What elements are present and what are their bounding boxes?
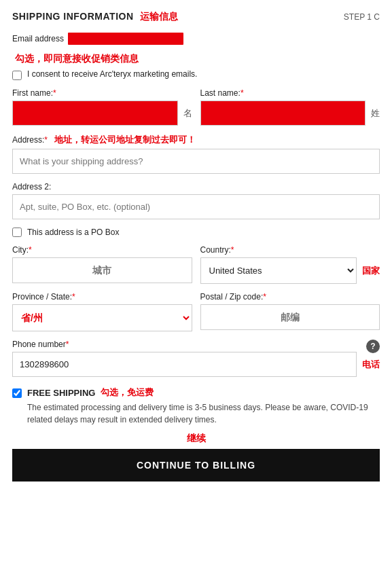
city-input[interactable]	[12, 257, 192, 283]
page-title: SHIPPING INFORMATION	[12, 11, 134, 22]
country-group: Country:* United States Canada China Uni…	[200, 245, 380, 284]
last-name-input[interactable]	[200, 101, 366, 126]
continue-annotation: 继续	[12, 433, 380, 445]
province-label: Province / State:*	[12, 292, 75, 302]
province-select[interactable]: 省/州 Alabama Alaska California New York T…	[12, 304, 192, 331]
first-name-input[interactable]	[12, 101, 178, 126]
consent-annotation-group: 勾选，即同意接收促销类信息	[12, 53, 380, 65]
address2-input[interactable]	[12, 194, 380, 219]
phone-help-icon[interactable]: ?	[366, 340, 380, 353]
form-header: SHIPPING INFORMATION 运输信息 STEP 1 C	[12, 11, 380, 23]
continue-to-billing-button[interactable]: CONTINUE TO BILLING	[12, 449, 380, 482]
po-box-checkbox[interactable]	[12, 228, 22, 237]
postal-group: Postal / Zip code:*	[200, 292, 380, 331]
city-group: City:*	[12, 245, 192, 284]
province-group: Province / State:* 省/州 Alabama Alaska Ca…	[12, 292, 192, 331]
consent-label[interactable]: I consent to receive Arc'teryx marketing…	[27, 69, 197, 79]
address-field-group: Address:* 地址，转运公司地址复制过去即可！	[12, 134, 380, 174]
consent-checkbox[interactable]	[12, 71, 22, 80]
province-postal-row: Province / State:* 省/州 Alabama Alaska Ca…	[12, 292, 380, 331]
consent-checkbox-row: I consent to receive Arc'teryx marketing…	[12, 69, 380, 80]
first-name-annotation: 名	[183, 107, 192, 120]
free-shipping-title[interactable]: FREE SHIPPING	[27, 388, 95, 398]
phone-input[interactable]	[12, 352, 357, 377]
shipping-description: The estimated processing and delivery ti…	[27, 401, 380, 426]
first-name-label: First name:*	[12, 88, 56, 98]
last-name-group: Last name:* 姓	[200, 88, 380, 126]
country-label: Country:*	[200, 245, 234, 255]
email-label: Email address	[12, 34, 64, 43]
free-shipping-annotation: 勾选，免运费	[101, 386, 154, 399]
address2-label: Address 2:	[12, 182, 51, 192]
last-name-label: Last name:*	[200, 88, 244, 98]
phone-annotation: 电话	[362, 359, 380, 371]
city-country-row: City:* Country:* United States Canada Ch…	[12, 245, 380, 284]
name-row: First name:* 名 Last name:* 姓	[12, 88, 380, 126]
page-title-chinese: 运输信息	[140, 11, 178, 22]
address-annotation: 地址，转运公司地址复制过去即可！	[54, 134, 196, 146]
consent-annotation: 勾选，即同意接收促销类信息	[15, 53, 139, 64]
country-select[interactable]: United States Canada China United Kingdo…	[200, 257, 357, 284]
po-box-label[interactable]: This address is a PO Box	[27, 228, 119, 237]
free-shipping-checkbox[interactable]	[12, 388, 22, 398]
postal-input[interactable]	[200, 304, 380, 330]
postal-label: Postal / Zip code:*	[200, 292, 266, 302]
address-input[interactable]	[12, 149, 380, 174]
email-redacted-value	[68, 33, 183, 45]
phone-field-group: Phone number* ? 电话	[12, 340, 380, 377]
free-shipping-section: FREE SHIPPING 勾选，免运费 The estimated proce…	[12, 386, 380, 426]
last-name-annotation: 姓	[371, 107, 380, 120]
country-annotation: 国家	[362, 265, 380, 277]
address2-field-group: Address 2:	[12, 182, 380, 219]
first-name-group: First name:* 名	[12, 88, 192, 126]
email-field-group: Email address	[12, 33, 380, 45]
po-box-row: This address is a PO Box	[12, 228, 380, 237]
step-label: STEP 1 C	[344, 12, 380, 22]
address-label: Address:*	[12, 135, 48, 145]
city-label: City:*	[12, 245, 32, 255]
phone-label: Phone number*	[12, 340, 69, 349]
